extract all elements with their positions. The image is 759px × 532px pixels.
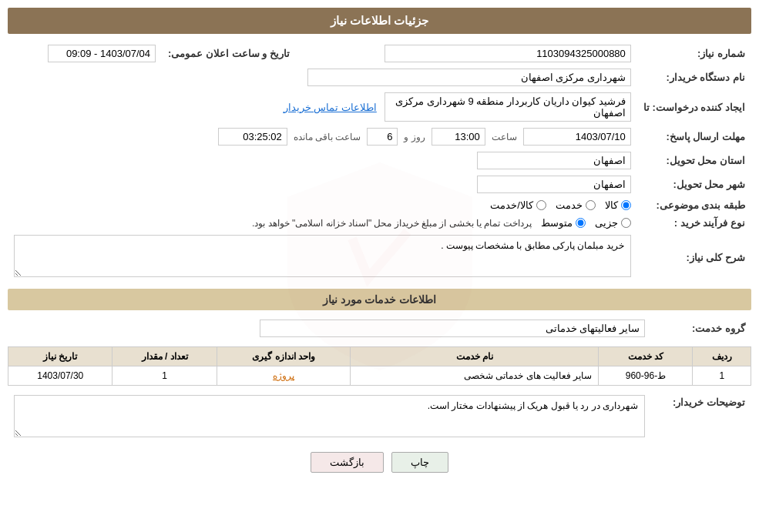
need-number-value: 1103094325000880 — [305, 42, 637, 65]
purchase-type-desc: پرداخت تمام یا بخشی از مبلغ خریداز محل "… — [252, 218, 532, 229]
radio-jozii-input[interactable] — [621, 218, 631, 228]
response-date-box: 1403/07/10 — [523, 128, 631, 146]
button-row: چاپ بازگشت — [8, 452, 751, 480]
cell-row-num: 1 — [693, 366, 751, 386]
buyer-notes-textarea[interactable] — [14, 395, 645, 437]
days-label: روز و — [404, 132, 425, 142]
col-row-num: ردیف — [693, 347, 751, 366]
time-label: ساعت — [492, 132, 517, 142]
delivery-province-label: استان محل تحویل: — [637, 149, 751, 172]
radio-kala-input[interactable] — [621, 200, 631, 210]
unit-link[interactable]: پروژه — [273, 370, 294, 381]
purchase-type-label: نوع فرآیند خرید : — [637, 214, 751, 232]
cell-service-code: ط-96-960 — [599, 366, 693, 386]
delivery-province-box: اصفهان — [477, 152, 631, 169]
delivery-city-label: شهر محل تحویل: — [637, 172, 751, 196]
page-wrapper: جزئیات اطلاعات نیاز شماره نیاز: 11030943… — [0, 0, 759, 532]
delivery-city-box: اصفهان — [477, 176, 631, 193]
radio-kala[interactable]: کالا — [605, 199, 631, 211]
service-group-box: سایر فعالیتهای خدماتی — [260, 320, 645, 337]
contact-link[interactable]: اطلاعات تماس خریدار — [284, 102, 377, 113]
radio-khedmat-input[interactable] — [586, 200, 596, 210]
col-unit: واحد اندازه گیری — [217, 347, 350, 366]
remaining-time-box: 03:25:02 — [218, 128, 287, 146]
col-date: تاریخ نیاز — [8, 347, 113, 366]
table-row: 1 ط-96-960 سایر فعالیت های خدماتی شخصی پ… — [8, 366, 751, 386]
need-number-label: شماره نیاز: — [637, 42, 751, 65]
remaining-time-label: ساعت باقی مانده — [294, 132, 361, 142]
radio-kala-khedmat-input[interactable] — [536, 200, 546, 210]
announce-datetime-value: 1403/07/04 - 09:09 — [8, 42, 162, 65]
cell-date: 1403/07/30 — [8, 366, 113, 386]
need-number-box: 1103094325000880 — [385, 45, 631, 62]
radio-kala-khedmat-label: کالا/خدمت — [490, 199, 533, 211]
buyer-notes-label: توضیحات خریدار: — [651, 392, 751, 443]
cell-unit: پروژه — [217, 366, 350, 386]
cell-service-name: سایر فعالیت های خدماتی شخصی — [351, 366, 599, 386]
back-button[interactable]: بازگشت — [311, 452, 384, 473]
main-info-table: شماره نیاز: 1103094325000880 تاریخ و ساع… — [8, 42, 751, 283]
subject-radio-group: کالا خدمت کالا/خدمت — [14, 199, 631, 211]
radio-kala-label: کالا — [605, 199, 618, 211]
radio-khedmat-label: خدمت — [556, 199, 583, 211]
buyer-org-box: شهرداری مرکزی اصفهان — [307, 69, 631, 86]
radio-kala-khedmat[interactable]: کالا/خدمت — [490, 199, 546, 211]
col-service-code: کد خدمت — [599, 347, 693, 366]
radio-jozii[interactable]: جزیی — [595, 217, 631, 229]
radio-motavasset-label: متوسط — [541, 217, 573, 229]
services-table: ردیف کد خدمت نام خدمت واحد اندازه گیری ت… — [8, 346, 751, 386]
announce-datetime-box: 1403/07/04 - 09:09 — [48, 45, 156, 62]
radio-motavasset-input[interactable] — [576, 218, 586, 228]
page-title: جزئیات اطلاعات نیاز — [8, 8, 751, 34]
subject-label: طبقه بندی موضوعی: — [637, 196, 751, 214]
services-section-header: اطلاعات خدمات مورد نیاز — [8, 289, 751, 310]
requester-label: ایجاد کننده درخواست: تا — [637, 89, 751, 125]
buyer-notes-table: توضیحات خریدار: — [8, 392, 751, 443]
buyer-org-label: نام دستگاه خریدار: — [637, 65, 751, 89]
requester-box: فرشید کیوان داریان کاربردار منطقه 9 شهرد… — [385, 92, 631, 122]
need-desc-label: شرح کلی نیاز: — [637, 232, 751, 283]
days-box: 6 — [367, 128, 398, 146]
service-group-label: گروه خدمت: — [651, 316, 751, 340]
cell-quantity: 1 — [113, 366, 217, 386]
response-deadline-label: مهلت ارسال پاسخ: — [637, 125, 751, 149]
col-quantity: تعداد / مقدار — [113, 347, 217, 366]
radio-jozii-label: جزیی — [595, 217, 618, 229]
print-button[interactable]: چاپ — [391, 452, 448, 473]
announce-datetime-label: تاریخ و ساعت اعلان عمومی: — [162, 42, 305, 65]
need-desc-textarea[interactable] — [14, 235, 631, 277]
service-group-table: گروه خدمت: سایر فعالیتهای خدماتی — [8, 316, 751, 340]
response-time-box: 13:00 — [432, 128, 485, 146]
radio-khedmat[interactable]: خدمت — [556, 199, 596, 211]
radio-motavasset[interactable]: متوسط — [541, 217, 586, 229]
col-service-name: نام خدمت — [351, 347, 599, 366]
